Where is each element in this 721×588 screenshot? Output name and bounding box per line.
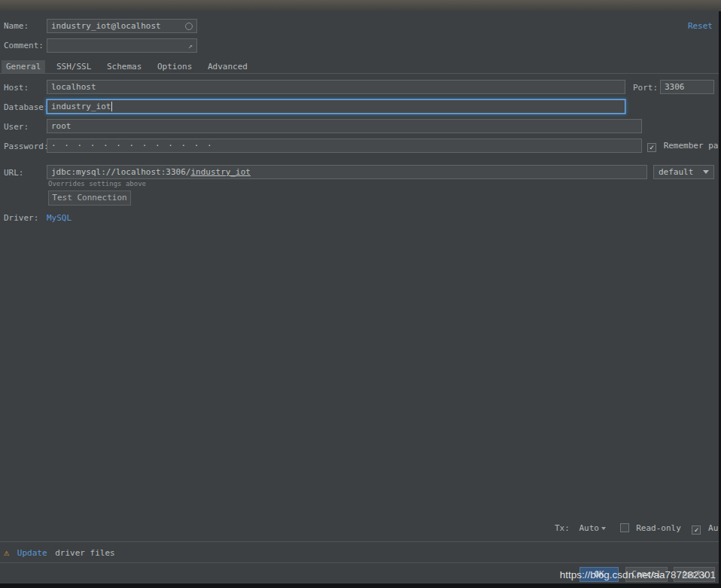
remember-password-label: Remember password: [664, 141, 721, 151]
password-input[interactable]: · · · · · · · · · · · · ·: [47, 139, 642, 153]
expand-icon[interactable]: ↗: [188, 41, 193, 50]
window-titlebar: [0, 0, 721, 11]
warning-row: ⚠ Update driver files: [4, 547, 115, 558]
reset-link[interactable]: Reset: [688, 21, 713, 31]
tab-schemas[interactable]: Schemas: [102, 60, 146, 73]
sync-progress-icon: [185, 23, 193, 30]
url-input[interactable]: jdbc:mysql://localhost:3306/industry_iot: [47, 165, 647, 179]
tx-value: Auto: [580, 523, 600, 533]
read-only-label: Read-only: [636, 523, 681, 533]
warning-icon: ⚠: [4, 547, 9, 558]
port-value: 3306: [665, 82, 685, 92]
tx-dropdown[interactable]: Auto: [580, 523, 611, 533]
tab-general[interactable]: General: [2, 60, 45, 73]
tab-advanced[interactable]: Advanced: [203, 60, 252, 73]
remember-password-option[interactable]: ✓ Remember password: [647, 141, 721, 152]
separator: [0, 562, 721, 563]
text-caret: [111, 102, 112, 111]
database-input[interactable]: industry_iot: [47, 99, 625, 114]
tab-options[interactable]: Options: [153, 60, 196, 73]
chevron-down-icon: [703, 170, 709, 174]
host-input[interactable]: localhost: [47, 80, 625, 94]
apply-button[interactable]: Apply: [674, 567, 715, 582]
host-value: localhost: [51, 82, 96, 92]
url-prefix: jdbc:mysql://localhost:3306/: [51, 167, 190, 177]
update-driver-link[interactable]: Update: [17, 548, 47, 558]
password-label: Password:: [4, 142, 49, 151]
database-value: industry_iot: [51, 102, 111, 111]
user-label: User:: [4, 122, 29, 132]
user-value: root: [51, 121, 71, 131]
window-bottom-edge: [0, 583, 721, 588]
tab-ssh-ssl[interactable]: SSH/SSL: [52, 60, 96, 73]
port-input[interactable]: 3306: [660, 80, 714, 94]
cancel-button[interactable]: Cancel: [625, 567, 668, 582]
read-only-checkbox-icon[interactable]: [620, 523, 629, 532]
url-profile-value: default: [659, 167, 693, 177]
driver-label: Driver:: [4, 213, 38, 223]
user-input[interactable]: root: [47, 119, 642, 133]
url-label: URL:: [4, 168, 24, 178]
port-label: Port:: [633, 83, 658, 93]
name-label: Name:: [4, 21, 29, 31]
url-note: Overrides settings above: [48, 180, 146, 187]
tx-label: Tx:: [555, 523, 570, 533]
warning-text: driver files: [55, 548, 114, 558]
read-only-option[interactable]: Read-only: [620, 523, 686, 533]
ok-button[interactable]: OK: [580, 567, 619, 582]
test-connection-button[interactable]: Test Connection: [48, 190, 131, 206]
tx-chevron-icon: [601, 527, 606, 530]
url-profile-dropdown[interactable]: default: [653, 165, 714, 179]
password-masked-value: · · · · · · · · · · · · ·: [51, 141, 214, 151]
comment-label: Comment:: [4, 41, 44, 50]
session-options-row: Tx: Auto Read-only ✓ Auto sync: [555, 523, 721, 535]
comment-input[interactable]: ↗: [47, 38, 197, 53]
url-database-link[interactable]: industry_iot: [190, 167, 250, 177]
separator: [0, 541, 721, 542]
database-label: Database:: [4, 102, 49, 112]
remember-password-checkbox-icon[interactable]: ✓: [647, 143, 656, 152]
name-value: industry_iot@localhost: [51, 21, 161, 31]
settings-tabbar: General SSH/SSL Schemas Options Advanced: [0, 60, 721, 74]
auto-sync-option[interactable]: ✓ Auto sync: [692, 523, 721, 533]
driver-mysql-link[interactable]: MySQL: [47, 213, 71, 223]
name-input[interactable]: industry_iot@localhost: [47, 19, 197, 33]
auto-sync-checkbox-icon[interactable]: ✓: [692, 526, 701, 535]
host-label: Host:: [4, 83, 29, 93]
